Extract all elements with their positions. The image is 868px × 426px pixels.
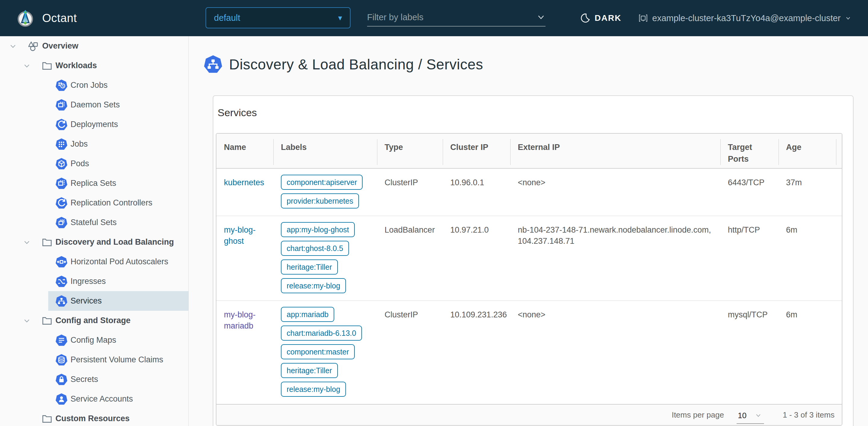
nav-item-label: Custom Resources: [56, 414, 130, 423]
label-tag[interactable]: heritage:Tiller: [281, 259, 338, 275]
sidebar-item-config-and-storage[interactable]: Config and Storage: [0, 311, 188, 330]
k8s-replication-controllers-icon: [56, 197, 67, 209]
label-filter-placeholder: Filter by labels: [367, 12, 424, 22]
k8s-pvc-icon: [56, 354, 67, 366]
nav-item-label: Config and Storage: [56, 316, 130, 325]
label-tag-row: release:my-blog: [281, 278, 372, 293]
column-header-name: Name: [216, 134, 273, 168]
sidebar: OverviewWorkloadsCron JobsDaemon SetsDep…: [0, 36, 189, 426]
k8s-services-icon: [56, 295, 67, 307]
sidebar-item-horizontal-pod-autoscalers[interactable]: Horizontal Pod Autoscalers: [0, 252, 188, 272]
octant-logo-icon: [16, 9, 34, 27]
k8s-daemon-sets-icon: [56, 99, 67, 111]
service-name-link[interactable]: my-blog-ghost: [224, 225, 255, 245]
page-size-select[interactable]: 10: [737, 411, 764, 424]
expand-chevron-icon[interactable]: [23, 238, 31, 246]
nav-item-label: Overview: [42, 41, 79, 51]
expand-chevron-icon[interactable]: [9, 42, 17, 50]
nav-item-label: Service Accounts: [70, 394, 133, 404]
external-ip-cell: <none>: [510, 301, 720, 404]
sidebar-item-deployments[interactable]: Deployments: [0, 115, 188, 134]
k8s-replica-sets-icon: [56, 177, 67, 190]
target-ports-cell: 6443/TCP: [720, 169, 778, 216]
sidebar-item-custom-resources[interactable]: Custom Resources: [0, 409, 188, 426]
age-cell: 6m: [778, 301, 836, 404]
expand-chevron-icon[interactable]: [23, 62, 31, 70]
nav-item-label: Discovery and Load Balancing: [56, 237, 174, 247]
service-name-link[interactable]: my-blog-mariadb: [224, 310, 255, 330]
sidebar-item-ingresses[interactable]: Ingresses: [0, 272, 188, 291]
nav-item-label: Persistent Volume Claims: [70, 355, 163, 365]
type-cell: ClusterIP: [377, 301, 443, 404]
label-tag-row: heritage:Tiller: [281, 259, 372, 275]
k8s-hpa-icon: [56, 256, 67, 268]
chevron-down-icon: [845, 15, 851, 22]
sidebar-item-workloads[interactable]: Workloads: [0, 56, 188, 76]
k8s-deployments-icon: [56, 119, 67, 131]
k8s-secrets-icon: [56, 373, 67, 386]
label-tag[interactable]: release:my-blog: [281, 278, 346, 293]
octant-logo[interactable]: Octant: [16, 0, 77, 36]
sidebar-item-services[interactable]: Services: [0, 291, 188, 311]
sidebar-item-secrets[interactable]: Secrets: [0, 370, 188, 389]
sidebar-item-stateful-sets[interactable]: Stateful Sets: [0, 213, 188, 232]
table-row: my-blog-mariadbapp:mariadbchart:mariadb-…: [216, 301, 842, 404]
sidebar-item-replication-controllers[interactable]: Replication Controllers: [0, 193, 188, 213]
page-title-text: Discovery & Load Balancing / Services: [229, 56, 483, 73]
sidebar-item-discovery-and-load-balancing[interactable]: Discovery and Load Balancing: [0, 232, 188, 252]
target-ports-cell: http/TCP: [720, 216, 778, 301]
sidebar-item-config-maps[interactable]: Config Maps: [0, 330, 188, 350]
app-header: Octant default ▾ Filter by labels DARK e…: [0, 0, 868, 36]
sidebar-item-overview[interactable]: Overview: [0, 36, 188, 56]
cluster-ip-cell: 10.96.0.1: [443, 169, 510, 216]
sidebar-item-pods[interactable]: Pods: [0, 154, 188, 173]
sidebar-item-daemon-sets[interactable]: Daemon Sets: [0, 95, 188, 115]
label-tag[interactable]: release:my-blog: [281, 382, 346, 397]
pagination-footer: Items per page 10 1 - 3 of 3 items: [216, 404, 842, 425]
app-title: Octant: [42, 12, 77, 25]
nav-item-label: Replication Controllers: [70, 198, 153, 207]
filler-cell: [836, 301, 842, 404]
label-tag[interactable]: app:mariadb: [281, 307, 334, 322]
label-tag-row: app:mariadb: [281, 307, 372, 322]
sidebar-item-persistent-volume-claims[interactable]: Persistent Volume Claims: [0, 350, 188, 370]
theme-toggle-button[interactable]: DARK: [580, 0, 621, 36]
nav-item-label: Services: [70, 296, 102, 306]
sidebar-item-cron-jobs[interactable]: Cron Jobs: [0, 76, 188, 95]
label-filter-input[interactable]: Filter by labels: [367, 8, 546, 27]
nav-item-label: Config Maps: [70, 336, 116, 345]
labels-cell: component:apiserverprovider:kubernetes: [273, 169, 377, 216]
label-tag-row: chart:ghost-8.0.5: [281, 241, 372, 256]
sidebar-item-jobs[interactable]: Jobs: [0, 134, 188, 154]
table-row: kubernetescomponent:apiserverprovider:ku…: [216, 169, 842, 216]
expand-chevron-icon[interactable]: [23, 317, 31, 324]
moon-icon: [580, 13, 590, 23]
label-tag[interactable]: app:my-blog-ghost: [281, 222, 355, 237]
label-tag[interactable]: chart:ghost-8.0.5: [281, 241, 349, 256]
label-tag[interactable]: component:apiserver: [281, 175, 363, 190]
service-name-link[interactable]: kubernetes: [224, 178, 264, 187]
folder-icon: [41, 237, 53, 248]
label-tag-row: chart:mariadb-6.13.0: [281, 325, 372, 341]
sidebar-item-replica-sets[interactable]: Replica Sets: [0, 173, 188, 193]
nav-item-label: Jobs: [70, 139, 88, 149]
sidebar-item-service-accounts[interactable]: Service Accounts: [0, 389, 188, 409]
cluster-selector[interactable]: example-cluster-ka3TuTzYo4a@example-clus…: [638, 0, 851, 36]
label-tag[interactable]: provider:kubernetes: [281, 193, 359, 208]
label-tag-row: component:apiserver: [281, 175, 372, 190]
label-tag[interactable]: component:master: [281, 344, 355, 359]
cluster-name: example-cluster-ka3TuTzYo4a@example-clus…: [652, 13, 841, 23]
folder-icon: [41, 315, 53, 326]
nav-item-label: Pods: [70, 159, 89, 168]
theme-toggle-label: DARK: [595, 13, 621, 23]
age-cell: 37m: [778, 169, 836, 216]
column-header-cluster-ip: Cluster IP: [443, 134, 510, 168]
namespace-selector[interactable]: default ▾: [206, 7, 350, 28]
column-header-external-ip: External IP: [510, 134, 720, 168]
label-tag[interactable]: chart:mariadb-6.13.0: [281, 325, 362, 341]
label-tag[interactable]: heritage:Tiller: [281, 363, 338, 378]
target-ports-cell: mysql/TCP: [720, 301, 778, 404]
nav-item-label: Secrets: [70, 375, 98, 384]
namespace-value: default: [214, 13, 240, 23]
folder-icon: [41, 60, 53, 71]
